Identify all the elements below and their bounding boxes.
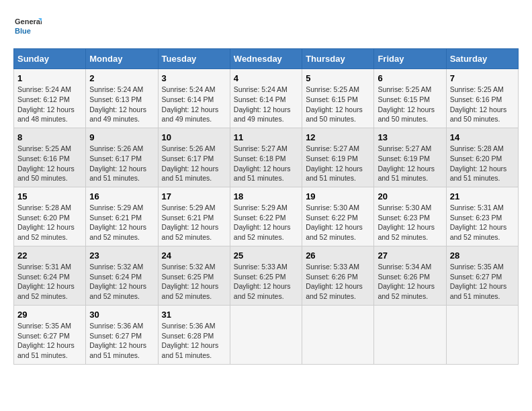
day-number: 24 xyxy=(162,250,226,262)
calendar-cell: 20Sunrise: 5:30 AMSunset: 6:23 PMDayligh… xyxy=(374,187,446,246)
calendar-cell: 27Sunrise: 5:34 AMSunset: 6:26 PMDayligh… xyxy=(374,246,446,305)
logo-icon: General Blue xyxy=(13,13,42,42)
svg-text:Blue: Blue xyxy=(15,27,31,35)
calendar-table: SundayMondayTuesdayWednesdayThursdayFrid… xyxy=(13,48,519,365)
day-info: Sunrise: 5:34 AMSunset: 6:26 PMDaylight:… xyxy=(378,262,442,302)
day-number: 28 xyxy=(450,250,515,262)
calendar-cell: 12Sunrise: 5:27 AMSunset: 6:19 PMDayligh… xyxy=(302,128,374,187)
day-info: Sunrise: 5:29 AMSunset: 6:22 PMDaylight:… xyxy=(234,203,298,242)
calendar-week-1: 1Sunrise: 5:24 AMSunset: 6:12 PMDaylight… xyxy=(14,69,519,128)
header-day-sunday: Sunday xyxy=(14,49,86,69)
day-info: Sunrise: 5:25 AMSunset: 6:16 PMDaylight:… xyxy=(450,85,515,124)
calendar-cell: 15Sunrise: 5:28 AMSunset: 6:20 PMDayligh… xyxy=(14,187,86,246)
day-number: 7 xyxy=(450,73,515,85)
calendar-cell: 6Sunrise: 5:25 AMSunset: 6:15 PMDaylight… xyxy=(374,69,446,128)
day-info: Sunrise: 5:25 AMSunset: 6:16 PMDaylight:… xyxy=(17,144,82,183)
day-info: Sunrise: 5:27 AMSunset: 6:19 PMDaylight:… xyxy=(306,144,370,183)
day-info: Sunrise: 5:35 AMSunset: 6:27 PMDaylight:… xyxy=(17,321,82,361)
day-info: Sunrise: 5:24 AMSunset: 6:14 PMDaylight:… xyxy=(162,85,226,124)
calendar-cell: 22Sunrise: 5:31 AMSunset: 6:24 PMDayligh… xyxy=(14,246,86,305)
day-number: 17 xyxy=(162,191,226,203)
day-number: 31 xyxy=(162,309,226,321)
calendar-cell: 1Sunrise: 5:24 AMSunset: 6:12 PMDaylight… xyxy=(14,69,86,128)
svg-text:General: General xyxy=(15,17,42,26)
calendar-cell: 28Sunrise: 5:35 AMSunset: 6:27 PMDayligh… xyxy=(446,246,518,305)
day-number: 12 xyxy=(306,132,370,144)
day-info: Sunrise: 5:32 AMSunset: 6:25 PMDaylight:… xyxy=(162,262,226,302)
header-day-tuesday: Tuesday xyxy=(158,49,230,69)
day-number: 13 xyxy=(378,132,442,144)
day-number: 23 xyxy=(89,250,154,262)
day-info: Sunrise: 5:30 AMSunset: 6:22 PMDaylight:… xyxy=(306,203,370,242)
calendar-cell: 23Sunrise: 5:32 AMSunset: 6:24 PMDayligh… xyxy=(86,246,158,305)
day-info: Sunrise: 5:32 AMSunset: 6:24 PMDaylight:… xyxy=(89,262,154,302)
calendar-cell: 2Sunrise: 5:24 AMSunset: 6:13 PMDaylight… xyxy=(86,69,158,128)
day-info: Sunrise: 5:33 AMSunset: 6:26 PMDaylight:… xyxy=(306,262,370,302)
day-info: Sunrise: 5:29 AMSunset: 6:21 PMDaylight:… xyxy=(89,203,154,242)
day-number: 1 xyxy=(17,73,82,85)
calendar-cell xyxy=(302,305,374,364)
calendar-cell xyxy=(230,305,302,364)
day-info: Sunrise: 5:29 AMSunset: 6:21 PMDaylight:… xyxy=(162,203,226,242)
day-info: Sunrise: 5:24 AMSunset: 6:13 PMDaylight:… xyxy=(89,85,154,124)
day-number: 26 xyxy=(306,250,370,262)
day-number: 11 xyxy=(234,132,298,144)
day-number: 2 xyxy=(89,73,154,85)
calendar-cell: 25Sunrise: 5:33 AMSunset: 6:25 PMDayligh… xyxy=(230,246,302,305)
day-info: Sunrise: 5:25 AMSunset: 6:15 PMDaylight:… xyxy=(378,85,442,124)
day-info: Sunrise: 5:28 AMSunset: 6:20 PMDaylight:… xyxy=(450,144,515,183)
calendar-cell: 7Sunrise: 5:25 AMSunset: 6:16 PMDaylight… xyxy=(446,69,518,128)
day-number: 25 xyxy=(234,250,298,262)
day-info: Sunrise: 5:24 AMSunset: 6:12 PMDaylight:… xyxy=(17,85,82,124)
calendar-cell: 18Sunrise: 5:29 AMSunset: 6:22 PMDayligh… xyxy=(230,187,302,246)
day-number: 4 xyxy=(234,73,298,85)
day-number: 18 xyxy=(234,191,298,203)
calendar-cell: 9Sunrise: 5:26 AMSunset: 6:17 PMDaylight… xyxy=(86,128,158,187)
header-row: SundayMondayTuesdayWednesdayThursdayFrid… xyxy=(14,49,519,69)
calendar-cell: 13Sunrise: 5:27 AMSunset: 6:19 PMDayligh… xyxy=(374,128,446,187)
calendar-cell: 10Sunrise: 5:26 AMSunset: 6:17 PMDayligh… xyxy=(158,128,230,187)
day-number: 5 xyxy=(306,73,370,85)
day-info: Sunrise: 5:30 AMSunset: 6:23 PMDaylight:… xyxy=(378,203,442,242)
day-number: 20 xyxy=(378,191,442,203)
header-day-saturday: Saturday xyxy=(446,49,518,69)
calendar-week-4: 22Sunrise: 5:31 AMSunset: 6:24 PMDayligh… xyxy=(14,246,519,305)
calendar-cell: 26Sunrise: 5:33 AMSunset: 6:26 PMDayligh… xyxy=(302,246,374,305)
day-info: Sunrise: 5:27 AMSunset: 6:18 PMDaylight:… xyxy=(234,144,298,183)
day-number: 15 xyxy=(17,191,82,203)
day-info: Sunrise: 5:27 AMSunset: 6:19 PMDaylight:… xyxy=(378,144,442,183)
day-number: 27 xyxy=(378,250,442,262)
calendar-cell: 5Sunrise: 5:25 AMSunset: 6:15 PMDaylight… xyxy=(302,69,374,128)
header-day-wednesday: Wednesday xyxy=(230,49,302,69)
calendar-week-2: 8Sunrise: 5:25 AMSunset: 6:16 PMDaylight… xyxy=(14,128,519,187)
calendar-cell: 24Sunrise: 5:32 AMSunset: 6:25 PMDayligh… xyxy=(158,246,230,305)
calendar-cell: 31Sunrise: 5:36 AMSunset: 6:28 PMDayligh… xyxy=(158,305,230,364)
calendar-cell xyxy=(446,305,518,364)
day-number: 22 xyxy=(17,250,82,262)
day-info: Sunrise: 5:31 AMSunset: 6:24 PMDaylight:… xyxy=(17,262,82,302)
calendar-cell: 4Sunrise: 5:24 AMSunset: 6:14 PMDaylight… xyxy=(230,69,302,128)
calendar-cell: 19Sunrise: 5:30 AMSunset: 6:22 PMDayligh… xyxy=(302,187,374,246)
logo: General Blue xyxy=(13,13,42,42)
day-info: Sunrise: 5:36 AMSunset: 6:27 PMDaylight:… xyxy=(89,321,154,361)
calendar-cell: 14Sunrise: 5:28 AMSunset: 6:20 PMDayligh… xyxy=(446,128,518,187)
calendar-cell: 16Sunrise: 5:29 AMSunset: 6:21 PMDayligh… xyxy=(86,187,158,246)
calendar-cell: 21Sunrise: 5:31 AMSunset: 6:23 PMDayligh… xyxy=(446,187,518,246)
day-info: Sunrise: 5:31 AMSunset: 6:23 PMDaylight:… xyxy=(450,203,515,242)
day-info: Sunrise: 5:25 AMSunset: 6:15 PMDaylight:… xyxy=(306,85,370,124)
day-info: Sunrise: 5:35 AMSunset: 6:27 PMDaylight:… xyxy=(450,262,515,302)
day-number: 3 xyxy=(162,73,226,85)
day-number: 30 xyxy=(89,309,154,321)
calendar-cell: 29Sunrise: 5:35 AMSunset: 6:27 PMDayligh… xyxy=(14,305,86,364)
day-number: 10 xyxy=(162,132,226,144)
day-number: 14 xyxy=(450,132,515,144)
calendar-cell: 17Sunrise: 5:29 AMSunset: 6:21 PMDayligh… xyxy=(158,187,230,246)
day-info: Sunrise: 5:26 AMSunset: 6:17 PMDaylight:… xyxy=(89,144,154,183)
day-number: 6 xyxy=(378,73,442,85)
day-number: 19 xyxy=(306,191,370,203)
day-number: 9 xyxy=(89,132,154,144)
day-number: 21 xyxy=(450,191,515,203)
calendar-cell: 3Sunrise: 5:24 AMSunset: 6:14 PMDaylight… xyxy=(158,69,230,128)
day-info: Sunrise: 5:24 AMSunset: 6:14 PMDaylight:… xyxy=(234,85,298,124)
day-number: 16 xyxy=(89,191,154,203)
